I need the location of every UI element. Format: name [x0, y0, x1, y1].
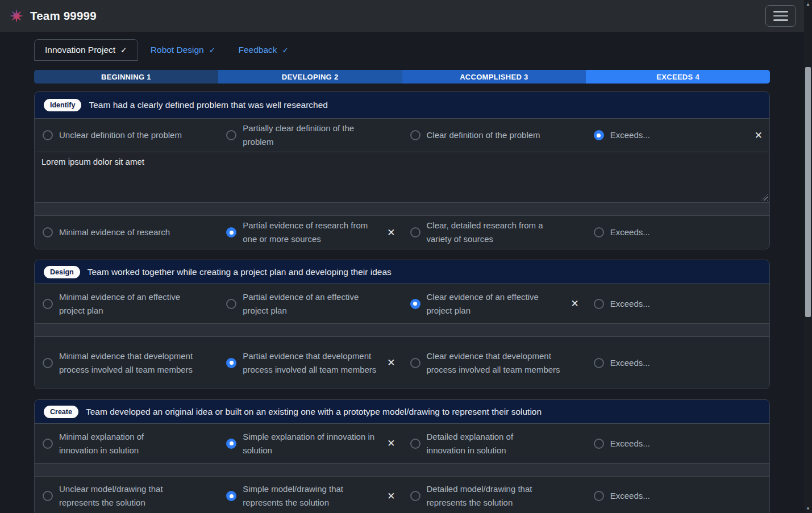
- option-cell-developing[interactable]: Simple explanation of innovation in solu…: [218, 424, 402, 463]
- radio-button[interactable]: [43, 227, 53, 237]
- criterion-row: Minimal evidence of an effective project…: [35, 283, 769, 323]
- radio-button[interactable]: [410, 299, 420, 309]
- scrollbar[interactable]: ▲ ▼: [804, 0, 812, 513]
- radio-button[interactable]: [43, 130, 53, 140]
- option-cell-developing[interactable]: Partial evidence of research from one or…: [218, 216, 402, 249]
- criterion-row: Unclear definition of the problem ✕ Part…: [35, 118, 769, 152]
- option-cell-beginning[interactable]: Unclear model/drawing that represents th…: [35, 477, 218, 513]
- radio-button[interactable]: [594, 227, 604, 237]
- radio-button[interactable]: [594, 358, 604, 368]
- radio-button[interactable]: [410, 491, 420, 501]
- tab-feedback[interactable]: Feedback ✓: [228, 39, 299, 61]
- option-label: Partial evidence of research from one or…: [243, 219, 381, 246]
- section-badge: Identify: [44, 99, 81, 111]
- resize-handle-icon[interactable]: [761, 194, 768, 201]
- option-label: Partial evidence of an effective project…: [243, 290, 384, 318]
- option-cell-exceeds[interactable]: Exceeds... ✕: [586, 337, 769, 389]
- option-cell-beginning[interactable]: Minimal explanation of innovation in sol…: [35, 424, 218, 463]
- option-cell-exceeds[interactable]: Exceeds... ✕: [586, 424, 769, 463]
- option-label: Exceeds...: [610, 226, 650, 239]
- option-cell-exceeds[interactable]: Exceeds... ✕: [586, 119, 769, 152]
- radio-button[interactable]: [43, 491, 53, 501]
- hamburger-icon: [773, 15, 788, 17]
- option-label: Exceeds...: [610, 297, 650, 311]
- option-cell-beginning[interactable]: Minimal evidence that development proces…: [35, 337, 218, 389]
- radio-button[interactable]: [226, 227, 236, 237]
- section-title: Team worked together while creating a pr…: [88, 267, 392, 277]
- tab-label: Feedback: [238, 45, 277, 55]
- radio-button[interactable]: [226, 439, 236, 449]
- option-cell-beginning[interactable]: Minimal evidence of an effective project…: [35, 284, 218, 323]
- clear-selection-icon[interactable]: ✕: [755, 131, 763, 140]
- radio-button[interactable]: [410, 130, 420, 140]
- radio-button[interactable]: [226, 358, 236, 368]
- option-cell-accomplished[interactable]: Detailed model/drawing that represents t…: [402, 477, 586, 513]
- menu-button[interactable]: [765, 5, 796, 27]
- option-label: Simple explanation of innovation in solu…: [243, 430, 381, 457]
- radio-button[interactable]: [43, 358, 53, 368]
- option-cell-exceeds[interactable]: Exceeds... ✕: [586, 477, 769, 513]
- option-cell-developing[interactable]: Partial evidence that development proces…: [218, 337, 402, 389]
- option-cell-developing[interactable]: Simple model/drawing that represents the…: [218, 477, 402, 513]
- clear-selection-icon[interactable]: ✕: [387, 439, 395, 448]
- tab-label: Robot Design: [151, 45, 204, 55]
- radio-button[interactable]: [226, 491, 236, 501]
- option-cell-accomplished[interactable]: Detailed explanation of innovation in so…: [402, 424, 586, 463]
- radio-button[interactable]: [594, 491, 604, 501]
- tab-label: Innovation Project: [45, 45, 115, 55]
- radio-button[interactable]: [410, 227, 420, 237]
- section-header: Create Team developed an original idea o…: [35, 400, 769, 423]
- option-cell-beginning[interactable]: Unclear definition of the problem ✕: [35, 119, 218, 152]
- radio-button[interactable]: [410, 439, 420, 449]
- option-cell-developing[interactable]: Partial evidence of an effective project…: [218, 284, 402, 323]
- option-label: Detailed explanation of innovation in so…: [427, 430, 540, 457]
- clear-selection-icon[interactable]: ✕: [387, 491, 395, 501]
- section-header: Identify Team had a clearly defined prob…: [35, 92, 769, 118]
- option-label: Partially clear definition of the proble…: [243, 122, 384, 149]
- section-create: Create Team developed an original idea o…: [34, 399, 770, 513]
- comment-textarea[interactable]: Lorem ipsum dolor sit amet: [35, 152, 769, 202]
- column-label: EXCEEDS 4: [656, 73, 699, 81]
- option-label: Clear definition of the problem: [427, 128, 540, 142]
- radio-button[interactable]: [226, 299, 236, 309]
- option-label: Clear, detailed research from a variety …: [427, 219, 568, 246]
- collapsed-comment-textarea[interactable]: [35, 323, 769, 336]
- option-label: Exceeds...: [610, 437, 650, 451]
- option-cell-beginning[interactable]: Minimal evidence of research ✕: [35, 216, 218, 249]
- clear-selection-icon[interactable]: ✕: [571, 299, 579, 308]
- check-icon: ✓: [282, 45, 289, 55]
- section-badge: Create: [44, 406, 78, 418]
- collapsed-comment-textarea[interactable]: [35, 202, 769, 215]
- clear-selection-icon[interactable]: ✕: [387, 358, 395, 368]
- scroll-up-icon[interactable]: ▲: [804, 0, 812, 9]
- clear-selection-icon[interactable]: ✕: [387, 228, 395, 237]
- radio-button[interactable]: [226, 130, 236, 140]
- option-cell-accomplished[interactable]: Clear, detailed research from a variety …: [402, 216, 586, 249]
- option-cell-accomplished[interactable]: Clear definition of the problem ✕: [402, 119, 586, 152]
- radio-button[interactable]: [594, 299, 604, 309]
- option-cell-exceeds[interactable]: Exceeds... ✕: [586, 284, 769, 323]
- option-cell-developing[interactable]: Partially clear definition of the proble…: [218, 119, 402, 152]
- section-design: Design Team worked together while creati…: [34, 260, 770, 389]
- option-label: Exceeds...: [610, 128, 650, 142]
- radio-button[interactable]: [594, 130, 604, 140]
- option-label: Minimal evidence of research: [59, 226, 170, 239]
- radio-button[interactable]: [43, 299, 53, 309]
- collapsed-comment-textarea[interactable]: [35, 463, 769, 476]
- scrollbar-thumb[interactable]: [805, 67, 811, 317]
- radio-button[interactable]: [410, 358, 420, 368]
- option-label: Partial evidence that development proces…: [243, 349, 377, 377]
- radio-button[interactable]: [594, 439, 604, 449]
- scroll-down-icon[interactable]: ▼: [804, 504, 812, 513]
- option-cell-accomplished[interactable]: Clear evidence of an effective project p…: [402, 284, 586, 323]
- main-content: Innovation Project ✓ Robot Design ✓ Feed…: [34, 39, 770, 513]
- radio-button[interactable]: [43, 439, 53, 449]
- option-label: Unclear definition of the problem: [59, 128, 182, 142]
- option-label: Clear evidence of an effective project p…: [427, 290, 565, 318]
- option-cell-exceeds[interactable]: Exceeds... ✕: [586, 216, 769, 249]
- tab-robot-design[interactable]: Robot Design ✓: [140, 39, 226, 61]
- option-label: Simple model/drawing that represents the…: [243, 482, 368, 510]
- option-cell-accomplished[interactable]: Clear evidence that development process …: [402, 337, 586, 389]
- hamburger-icon: [773, 11, 788, 12]
- tab-innovation-project[interactable]: Innovation Project ✓: [34, 39, 138, 61]
